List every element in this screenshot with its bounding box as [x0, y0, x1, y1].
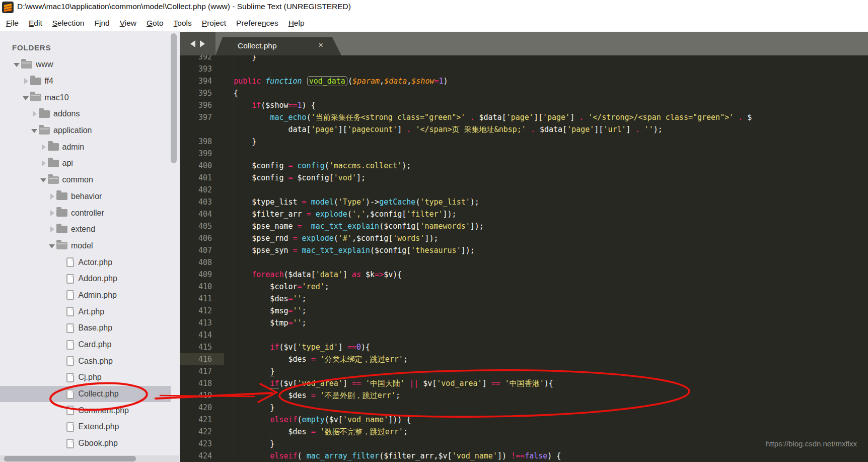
sidebar-item-common[interactable]: common [0, 172, 180, 188]
sidebar-item-mac10[interactable]: mac10 [0, 89, 180, 106]
triangle-down-icon[interactable] [40, 176, 47, 183]
tree-item-label: Gbook.php [79, 439, 118, 448]
menu-preferences[interactable]: Preferences [231, 19, 283, 28]
prev-tab-icon[interactable] [190, 40, 195, 47]
close-tab-icon[interactable]: × [318, 40, 323, 50]
sidebar-item-art-php[interactable]: Art.php [0, 303, 180, 320]
sidebar-item-ff4[interactable]: ff4 [0, 73, 180, 90]
code-line-423[interactable]: } [215, 438, 752, 450]
folder-open-icon [39, 127, 50, 135]
code-line-402[interactable] [215, 184, 752, 196]
triangle-right-icon[interactable] [22, 78, 29, 85]
folder-closed-icon [48, 143, 59, 151]
triangle-right-icon[interactable] [31, 110, 38, 117]
tree-item-label: behavior [71, 192, 102, 201]
code-line-394[interactable]: public function vod_data($param,$data,$s… [215, 75, 752, 87]
menu-help[interactable]: Help [283, 19, 310, 28]
sidebar-item-www[interactable]: www [0, 56, 180, 73]
tree-item-label: Base.php [79, 323, 113, 333]
folder-closed-icon [56, 192, 67, 200]
folder-closed-icon [56, 226, 67, 233]
sidebar-item-card-php[interactable]: Card.php [0, 337, 180, 353]
code-line-398[interactable]: } [215, 136, 752, 148]
code-line-405[interactable]: $pse_name = mac_txt_explain($config['nam… [215, 220, 752, 232]
tab-bar: Collect.php × [180, 31, 868, 55]
tab-label: Collect.php [238, 41, 277, 50]
code-line-417[interactable]: } [215, 365, 752, 377]
sidebar-item-collect-php[interactable]: Collect.php [0, 386, 171, 403]
code-line-424[interactable]: elseif( mac_array_filter($filter_arr,$v[… [215, 450, 752, 462]
sidebar-item-admin[interactable]: admin [0, 139, 180, 155]
tab-nav-buttons[interactable] [180, 32, 215, 55]
triangle-down-icon[interactable] [13, 61, 20, 68]
sidebar-item-model[interactable]: model [0, 238, 180, 254]
sidebar-item-comment-php[interactable]: Comment.php [0, 402, 180, 419]
code-line-421[interactable]: elseif(empty($v['vod_name'])) { [215, 414, 752, 426]
tree-item-label: Actor.php [79, 258, 113, 267]
code-line-407[interactable]: $pse_syn = mac_txt_explain($config['thes… [215, 244, 752, 256]
code-line-406[interactable]: $pse_rnd = explode('#',$config['words'])… [215, 232, 752, 244]
tab-collect-php[interactable]: Collect.php × [215, 37, 341, 55]
code-line-396[interactable]: if($show==1) { [215, 99, 752, 111]
sidebar-vertical-scrollbar[interactable] [171, 33, 177, 163]
sidebar-item-admin-php[interactable]: Admin.php [0, 287, 180, 304]
code-line-409[interactable]: foreach($data['data'] as $k=>$v){ [215, 269, 752, 281]
sidebar-item-actor-php[interactable]: Actor.php [0, 254, 180, 271]
triangle-right-icon[interactable] [48, 226, 55, 233]
code-line-415[interactable]: if($v['type_id'] ==0){ [215, 341, 752, 353]
sidebar-item-controller[interactable]: controller [0, 205, 180, 221]
code-line-414[interactable] [215, 329, 752, 341]
sidebar-item-behavior[interactable]: behavior [0, 188, 180, 205]
code-line-404[interactable]: $filter_arr = explode(',',$config['filte… [215, 208, 752, 220]
sidebar-item-addon-php[interactable]: Addon.php [0, 271, 180, 287]
code-line-418[interactable]: if($v['vod_area'] == '中国大陆' || $v['vod_a… [215, 377, 752, 389]
code-line-412[interactable]: $msg=''; [215, 305, 752, 317]
triangle-down-icon[interactable] [48, 242, 55, 249]
sidebar-item-addons[interactable]: addons [0, 106, 180, 122]
code-line-413[interactable]: $tmp=''; [215, 317, 752, 329]
folder-open-icon [21, 61, 32, 69]
file-icon [66, 274, 74, 284]
menu-find[interactable]: Find [89, 19, 114, 28]
triangle-right-icon[interactable] [48, 193, 55, 200]
sidebar-item-gbook-php[interactable]: Gbook.php [0, 435, 180, 452]
code-line-401[interactable]: $config = $config['vod']; [215, 172, 752, 184]
triangle-right-icon[interactable] [40, 160, 47, 167]
menu-tools[interactable]: Tools [169, 19, 197, 28]
tree-item-label: Extend.php [79, 422, 119, 431]
sidebar-item-cash-php[interactable]: Cash.php [0, 353, 180, 369]
code-line-419[interactable]: $des = '不是外剧，跳过err'; [215, 389, 752, 402]
code-area[interactable]: } public function vod_data($param,$data,… [215, 51, 752, 462]
code-line-422[interactable]: $des = '数据不完整，跳过err'; [215, 426, 752, 438]
menu-project[interactable]: Project [197, 19, 231, 28]
menu-goto[interactable]: Goto [141, 19, 169, 28]
sidebar-item-application[interactable]: application [0, 122, 180, 139]
code-line-395[interactable]: { [215, 87, 752, 99]
triangle-right-icon[interactable] [48, 210, 55, 217]
menu-selection[interactable]: Selection [47, 19, 90, 28]
sidebar-item-base-php[interactable]: Base.php [0, 320, 180, 337]
next-tab-icon[interactable] [200, 40, 205, 47]
triangle-right-icon[interactable] [40, 144, 47, 151]
triangle-down-icon[interactable] [31, 127, 38, 134]
sidebar-horizontal-scrollbar[interactable] [4, 456, 136, 461]
sidebar-item-extend[interactable]: extend [0, 221, 180, 238]
menu-edit[interactable]: Edit [24, 19, 47, 28]
sidebar-item-extend-php[interactable]: Extend.php [0, 419, 180, 435]
code-line-403[interactable]: $type_list = model('Type')->getCache('ty… [215, 196, 752, 208]
code-line-399[interactable] [215, 148, 752, 160]
code-line-416[interactable]: $des = '分类未绑定，跳过err'; [215, 353, 752, 365]
triangle-down-icon[interactable] [22, 94, 29, 101]
code-line-408[interactable] [215, 256, 752, 269]
sidebar-item-cj-php[interactable]: Cj.php [0, 369, 180, 386]
code-line-411[interactable]: $des=''; [215, 293, 752, 305]
code-line-wrap[interactable]: data['page']['pagecount'] . '</span>页 采集… [215, 123, 752, 136]
code-line-393[interactable] [215, 63, 752, 75]
code-line-420[interactable]: } [215, 402, 752, 414]
menu-file[interactable]: File [1, 19, 24, 28]
code-line-400[interactable]: $config = config('maccms.collect'); [215, 160, 752, 172]
code-line-410[interactable]: $color='red'; [215, 281, 752, 293]
code-line-397[interactable]: mac_echo('当前采集任务<strong class="green">' … [215, 111, 752, 123]
sidebar-item-api[interactable]: api [0, 155, 180, 172]
menu-view[interactable]: View [115, 19, 141, 28]
